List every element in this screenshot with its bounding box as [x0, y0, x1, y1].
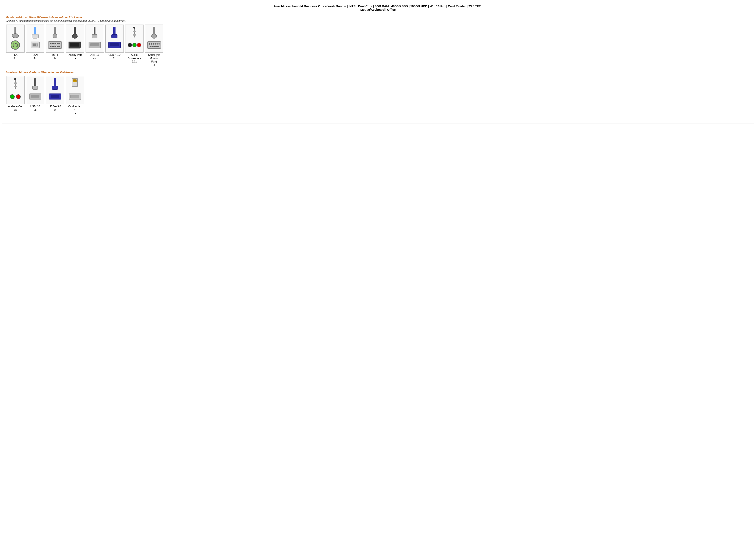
svg-point-47 — [133, 43, 136, 47]
svg-rect-49 — [153, 27, 155, 35]
svg-rect-12 — [33, 43, 34, 46]
svg-point-29 — [57, 46, 58, 47]
cardreader-slot-icon — [67, 91, 82, 102]
connector-dvi-icon-box — [46, 25, 64, 53]
svg-rect-14 — [35, 43, 36, 46]
connector-front-audio: Audio In/Out1x — [6, 76, 25, 115]
connector-ps2-icon-box — [6, 25, 25, 53]
front-usb3-cable-icon — [48, 78, 62, 90]
connector-front-usb2-icon-box — [26, 76, 44, 104]
connector-usba3-icon-box — [105, 25, 124, 53]
svg-rect-9 — [33, 38, 37, 38]
connector-displayport: Display Port1x — [65, 25, 85, 67]
svg-point-53 — [150, 43, 152, 45]
svg-rect-83 — [70, 95, 79, 98]
svg-point-1 — [12, 34, 18, 38]
connector-front-usb2-label: USB 2.03x — [30, 105, 40, 112]
audio-jack-icon — [128, 27, 141, 38]
connector-serial-icon-box — [145, 25, 163, 53]
connector-lan-icon-box — [26, 25, 44, 53]
connector-ps2: PS/22x — [6, 25, 25, 67]
svg-rect-33 — [70, 43, 79, 46]
svg-rect-66 — [14, 86, 17, 87]
serial-cable-icon — [148, 27, 161, 38]
svg-point-57 — [158, 43, 160, 45]
connector-front-audio-label: Audio In/Out1x — [8, 105, 23, 112]
front-connectors-grid: Audio In/Out1x USB 2.03x — [6, 76, 750, 115]
svg-rect-78 — [73, 80, 76, 82]
lan-port-icon — [28, 39, 43, 50]
svg-point-6 — [16, 46, 18, 47]
ps2-cable-icon — [9, 27, 22, 38]
dp-cable-icon — [68, 27, 81, 38]
svg-rect-16 — [54, 27, 56, 35]
front-audio-jack-icon — [9, 78, 22, 90]
audio-dots-icon — [127, 39, 142, 50]
svg-point-62 — [157, 46, 159, 47]
svg-rect-41 — [110, 43, 119, 46]
svg-rect-69 — [34, 78, 36, 87]
svg-point-56 — [156, 43, 158, 45]
connector-usb2: USB 2.04x — [85, 25, 104, 67]
connector-audio-label: AudioConnectors2.0x — [127, 53, 141, 64]
svg-point-24 — [58, 43, 60, 44]
connector-lan-label: LAN1x — [33, 53, 38, 60]
svg-point-43 — [133, 27, 135, 29]
connector-front-usb2: USB 2.03x — [25, 76, 45, 115]
front-audio-dots-icon — [8, 91, 23, 102]
svg-point-26 — [51, 46, 53, 47]
svg-point-28 — [55, 46, 56, 47]
page-title: Anschlussschaubild Business Office Work … — [6, 5, 750, 13]
svg-point-5 — [13, 46, 14, 47]
usb2-cable-icon — [88, 27, 101, 38]
svg-rect-13 — [34, 43, 35, 46]
svg-rect-44 — [133, 31, 136, 32]
svg-rect-72 — [31, 95, 40, 98]
connector-cardreader: Cardreader*1x — [65, 76, 85, 115]
connector-dvi: DVI-I1x — [45, 25, 65, 67]
connector-cardreader-label: Cardreader*1x — [68, 105, 81, 115]
svg-point-4 — [15, 43, 16, 44]
front-section-title: Frontanschlüsse Vorder- / Oberseite des … — [6, 71, 750, 74]
svg-point-20 — [51, 43, 53, 44]
mainboard-section-subtitle: (Monitor-/Grafikkartenanschlüsse sind be… — [6, 19, 750, 22]
svg-rect-34 — [94, 27, 95, 35]
svg-rect-76 — [51, 95, 59, 98]
svg-point-27 — [53, 46, 55, 47]
svg-point-25 — [50, 46, 51, 47]
svg-point-17 — [53, 34, 57, 38]
svg-point-50 — [151, 34, 157, 38]
connector-front-usb3: USB-A 3.02x — [45, 76, 65, 115]
usb2-port-icon — [87, 39, 102, 50]
connector-ps2-label: PS/22x — [13, 53, 18, 60]
svg-rect-73 — [54, 78, 56, 87]
usba3-cable-icon — [108, 27, 121, 38]
connector-usb2-label: USB 2.04x — [90, 53, 99, 60]
mainboard-section-title: Mainboard-Anschlüsse PC-Anschlüsse auf d… — [6, 16, 750, 19]
connector-front-audio-icon-box — [6, 76, 25, 104]
svg-point-19 — [50, 43, 51, 44]
svg-rect-37 — [90, 43, 99, 46]
mainboard-connectors-grid: PS/22x — [6, 25, 750, 67]
connector-serial: Seriell (NoMonitorPort)2x — [145, 25, 164, 67]
svg-rect-35 — [92, 35, 97, 38]
svg-rect-51 — [148, 41, 161, 48]
lan-cable-icon — [29, 27, 41, 38]
connector-usba3-label: USB-A 3.02x — [108, 53, 121, 60]
connector-displayport-label: Display Port1x — [68, 53, 82, 60]
serial-connector-icon — [147, 39, 162, 50]
svg-point-21 — [53, 43, 55, 44]
svg-point-46 — [128, 43, 132, 47]
svg-point-23 — [57, 43, 58, 44]
dp-connector-icon — [67, 39, 82, 50]
dvi-cable-icon — [48, 27, 62, 38]
svg-rect-8 — [32, 34, 39, 38]
svg-point-58 — [149, 46, 151, 47]
connector-front-usb3-icon-box — [46, 76, 64, 104]
connector-cardreader-icon-box — [66, 76, 84, 104]
connector-audio: AudioConnectors2.0x — [124, 25, 144, 67]
cardreader-card-icon — [68, 78, 81, 90]
connector-audio-icon-box — [125, 25, 144, 53]
svg-rect-39 — [112, 35, 117, 38]
svg-point-55 — [154, 43, 156, 45]
